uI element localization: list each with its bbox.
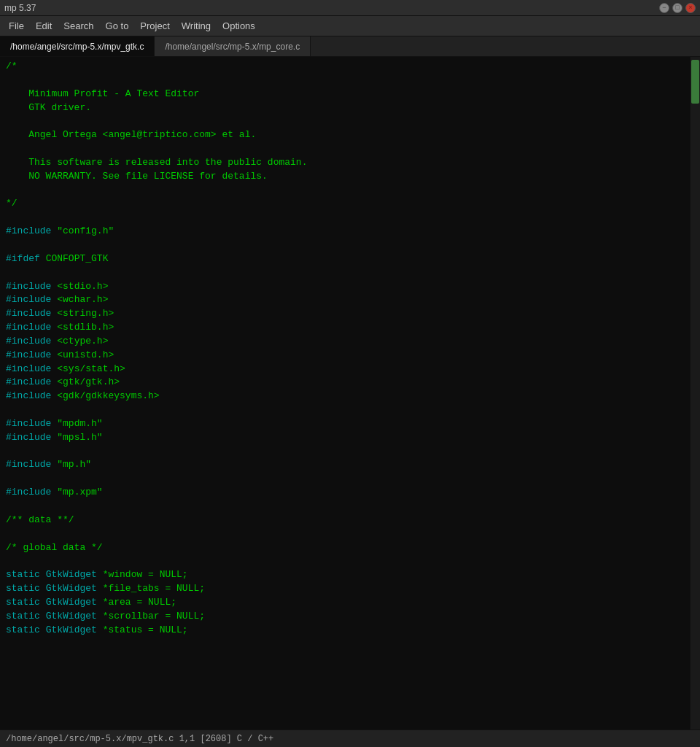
- scrollbar[interactable]: [690, 57, 700, 729]
- menu-file[interactable]: File: [3, 18, 30, 34]
- menu-options[interactable]: Options: [217, 18, 261, 34]
- maximize-button[interactable]: □: [672, 3, 682, 13]
- statusbar-text: /home/angel/src/mp-5.x/mpv_gtk.c 1,1 [26…: [6, 734, 273, 744]
- statusbar: /home/angel/src/mp-5.x/mpv_gtk.c 1,1 [26…: [0, 729, 700, 747]
- menu-project[interactable]: Project: [134, 18, 175, 34]
- minimize-button[interactable]: −: [659, 3, 669, 13]
- menubar: File Edit Search Go to Project Writing O…: [0, 16, 700, 36]
- menu-search[interactable]: Search: [58, 18, 99, 34]
- window-title: mp 5.37: [4, 3, 36, 13]
- editor-content[interactable]: /* Minimum Profit - A Text Editor GTK dr…: [0, 57, 690, 729]
- tab-mp-core[interactable]: /home/angel/src/mp-5.x/mp_core.c: [155, 36, 311, 56]
- menu-writing[interactable]: Writing: [176, 18, 217, 34]
- menu-goto[interactable]: Go to: [100, 18, 135, 34]
- titlebar: mp 5.37 − □ ×: [0, 0, 700, 16]
- code-block: /* Minimum Profit - A Text Editor GTK dr…: [6, 60, 690, 637]
- tab-mpv-gtk[interactable]: /home/angel/src/mp-5.x/mpv_gtk.c: [0, 36, 155, 56]
- window-controls: − □ ×: [659, 3, 696, 13]
- scrollbar-thumb[interactable]: [691, 60, 699, 104]
- menu-edit[interactable]: Edit: [30, 18, 58, 34]
- close-button[interactable]: ×: [685, 3, 696, 13]
- tabbar: /home/angel/src/mp-5.x/mpv_gtk.c /home/a…: [0, 36, 700, 57]
- editor-container: /* Minimum Profit - A Text Editor GTK dr…: [0, 57, 700, 729]
